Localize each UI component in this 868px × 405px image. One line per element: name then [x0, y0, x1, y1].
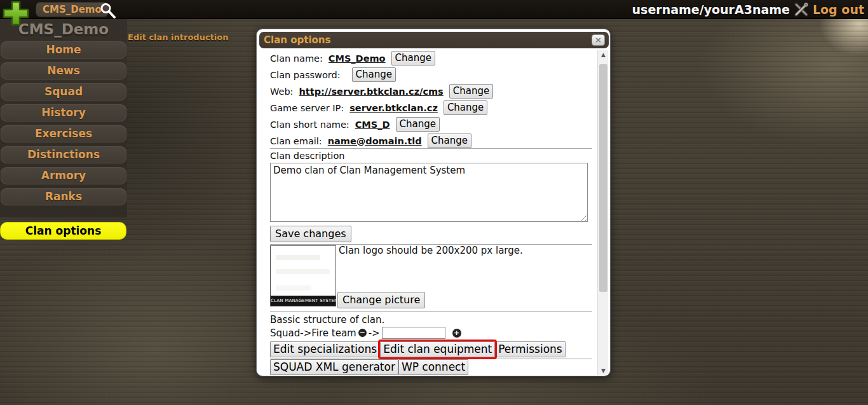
- clan-description-textarea[interactable]: Demo clan of Clan Management System: [270, 163, 588, 222]
- game-server-ip-row: Game server IP: server.btkclan.cz Change: [270, 100, 487, 115]
- logo-ghost-line: [276, 269, 330, 274]
- change-picture-button[interactable]: Change picture: [337, 292, 425, 308]
- structure-arrow: ->: [369, 327, 380, 339]
- clan-password-row: Clan password: Change: [270, 67, 396, 82]
- tools-icon[interactable]: [794, 2, 809, 17]
- username-label: username/yourA3name: [632, 3, 790, 17]
- dialog-titlebar: Clan options ×: [259, 32, 609, 48]
- sidebar-item-history[interactable]: History: [1, 104, 126, 121]
- clan-name-value: CMS_Demo: [329, 53, 386, 64]
- add-level-icon[interactable]: +: [452, 329, 461, 338]
- sidebar-item-ranks[interactable]: Ranks: [1, 188, 126, 205]
- clan-short-name-label: Clan short name:: [270, 120, 349, 130]
- scrollbar-thumb[interactable]: [599, 64, 607, 292]
- sidebar-item-squad[interactable]: Squad: [1, 83, 126, 100]
- add-clan-icon[interactable]: [1, 0, 31, 27]
- save-changes-wrap: Save changes: [270, 226, 351, 242]
- logo-ghost-line: [276, 255, 320, 260]
- top-bar: CMS_Demo username/yourA3name Log out: [0, 0, 868, 19]
- game-server-ip-value: server.btkclan.cz: [349, 103, 438, 113]
- edit-clan-equipment-button[interactable]: Edit clan equipment: [380, 341, 495, 357]
- scroll-down-icon[interactable]: ▼: [598, 366, 609, 375]
- dialog-buttons-row2: SQUAD XML generator WP connect: [270, 359, 468, 375]
- clan-email-label: Clan email:: [270, 136, 322, 146]
- sidebar-item-distinctions[interactable]: Distinctions: [1, 146, 126, 163]
- topbar-right: username/yourA3name Log out: [632, 0, 864, 19]
- game-server-ip-label: Game server IP:: [270, 103, 344, 113]
- search-icon[interactable]: [99, 2, 116, 18]
- structure-heading: Bassic structure of clan.: [270, 314, 384, 326]
- new-structure-level-input[interactable]: [382, 327, 445, 339]
- save-changes-button[interactable]: Save changes: [270, 226, 351, 242]
- clan-options-dialog: Clan options × Clan name: CMS_Demo Chang…: [256, 29, 611, 376]
- clan-email-row: Clan email: name@domain.tld Change: [270, 134, 471, 148]
- clan-logo-image: CLAN MANAGEMENT SYSTEM: [270, 245, 336, 306]
- sidebar-item-news[interactable]: News: [1, 62, 126, 79]
- structure-label: Squad->Fire team: [270, 327, 356, 339]
- logo-ghost-line: [276, 285, 311, 291]
- logo-strip-text: CLAN MANAGEMENT SYSTEM: [271, 296, 336, 306]
- change-clan-password-button[interactable]: Change: [352, 67, 396, 82]
- web-value: http://server.btkclan.cz/cms: [299, 86, 444, 97]
- sidebar-item-exercises[interactable]: Exercises: [1, 125, 126, 142]
- clan-name-chip[interactable]: CMS_Demo: [36, 2, 109, 17]
- logout-link[interactable]: Log out: [813, 3, 864, 17]
- structure-row: Squad->Fire team − -> +: [270, 326, 461, 340]
- change-web-button[interactable]: Change: [449, 84, 493, 99]
- sidebar-item-clan-options-active[interactable]: Clan options: [0, 222, 126, 240]
- clan-name-label: Clan name:: [270, 53, 323, 64]
- page: CMS_Demo username/yourA3name Log out CMS…: [0, 0, 868, 405]
- clan-password-label: Clan password:: [270, 70, 341, 80]
- dialog-buttons-row1: Edit specializations Edit clan equipment…: [270, 341, 566, 357]
- edit-clan-introduction-link[interactable]: Edit clan introduction: [128, 32, 229, 42]
- wp-connect-button[interactable]: WP connect: [398, 359, 468, 375]
- clan-short-name-value: CMS_D: [355, 120, 390, 130]
- change-game-server-ip-button[interactable]: Change: [444, 100, 487, 115]
- change-clan-name-button[interactable]: Change: [391, 51, 435, 65]
- clan-short-name-row: Clan short name: CMS_D Change: [270, 117, 440, 132]
- scroll-up-icon[interactable]: ▲: [598, 50, 609, 59]
- divider: [270, 311, 592, 312]
- sidebar-item-armory[interactable]: Armory: [1, 167, 126, 184]
- close-icon[interactable]: ×: [592, 34, 605, 46]
- remove-level-icon[interactable]: −: [358, 329, 367, 337]
- permissions-button[interactable]: Permissions: [495, 341, 566, 357]
- web-label: Web:: [270, 86, 294, 97]
- change-clan-email-button[interactable]: Change: [428, 134, 471, 148]
- edit-specializations-button[interactable]: Edit specializations: [270, 341, 380, 357]
- web-row: Web: http://server.btkclan.cz/cms Change: [270, 84, 493, 99]
- dialog-scrollbar[interactable]: ▲ ▼: [597, 50, 608, 375]
- logo-size-hint: Clan logo should be 200x200 px large.: [339, 245, 523, 256]
- change-clan-short-name-button[interactable]: Change: [396, 117, 440, 132]
- clan-description-label: Clan description: [270, 151, 344, 161]
- change-picture-wrap: Change picture: [337, 292, 425, 308]
- clan-email-value: name@domain.tld: [328, 136, 422, 146]
- clan-name-row: Clan name: CMS_Demo Change: [270, 51, 435, 65]
- squad-xml-generator-button[interactable]: SQUAD XML generator: [270, 359, 398, 375]
- sidebar-item-home[interactable]: Home: [1, 41, 126, 58]
- dialog-title: Clan options: [264, 34, 330, 46]
- sidebar: CMS_Demo Home News Squad History Exercis…: [0, 19, 127, 217]
- divider: [270, 148, 592, 149]
